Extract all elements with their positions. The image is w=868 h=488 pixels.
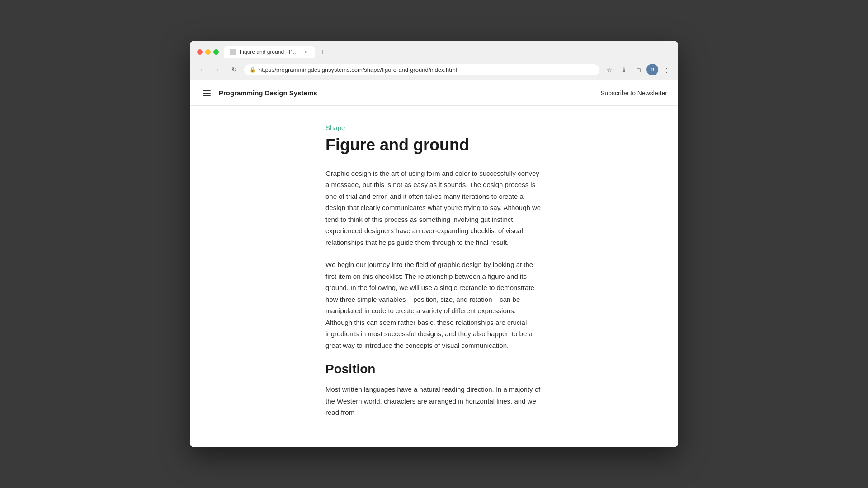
active-tab[interactable]: Figure and ground - Programm... ✕: [224, 46, 315, 58]
hamburger-line: [203, 95, 211, 96]
intro-paragraph-2: We begin our journey into the field of g…: [326, 259, 542, 351]
profile-button[interactable]: R: [646, 64, 658, 75]
page-title: Figure and ground: [326, 135, 542, 155]
info-icon: ℹ: [623, 66, 625, 73]
extension-button[interactable]: ◻: [632, 63, 645, 76]
menu-button[interactable]: ⋮: [660, 63, 673, 76]
category-label: Shape: [326, 124, 542, 131]
address-bar[interactable]: 🔒 https://programmingdesignsystems.com/s…: [244, 64, 599, 75]
browser-window: Figure and ground - Programm... ✕ + ‹ › …: [190, 41, 678, 447]
address-bar-row: ‹ › ↻ 🔒 https://programmingdesignsystems…: [190, 61, 678, 80]
site-nav: Programming Design Systems Subscribe to …: [190, 80, 678, 106]
profile-label: R: [651, 67, 654, 72]
subscribe-button[interactable]: Subscribe to Newsletter: [600, 89, 667, 97]
bookmark-icon: ☆: [607, 66, 612, 73]
site-nav-left: Programming Design Systems: [201, 88, 317, 98]
main-content: Shape Figure and ground Graphic design i…: [190, 106, 678, 447]
minimize-button[interactable]: [205, 49, 211, 55]
section-position-paragraph: Most written languages have a natural re…: [326, 384, 542, 418]
close-button[interactable]: [197, 49, 203, 55]
section-position-heading: Position: [326, 362, 542, 376]
tab-close-icon[interactable]: ✕: [303, 49, 309, 55]
back-button[interactable]: ‹: [195, 63, 208, 76]
extension-icon: ◻: [636, 66, 641, 73]
hamburger-line: [203, 90, 211, 91]
browser-chrome: Figure and ground - Programm... ✕ + ‹ › …: [190, 41, 678, 80]
site-title: Programming Design Systems: [219, 89, 317, 97]
forward-button[interactable]: ›: [212, 63, 224, 76]
info-button[interactable]: ℹ: [618, 63, 630, 76]
maximize-button[interactable]: [213, 49, 219, 55]
hamburger-line: [203, 93, 211, 94]
address-bar-actions: ☆ ℹ ◻ R ⋮: [603, 63, 673, 76]
forward-icon: ›: [217, 66, 219, 73]
url-text: https://programmingdesignsystems.com/sha…: [259, 66, 594, 73]
refresh-button[interactable]: ↻: [228, 63, 241, 76]
back-icon: ‹: [201, 66, 203, 73]
tab-bar: Figure and ground - Programm... ✕ +: [224, 46, 671, 58]
new-tab-button[interactable]: +: [316, 46, 328, 58]
content-inner: Shape Figure and ground Graphic design i…: [316, 124, 552, 418]
intro-paragraph-1: Graphic design is the art of using form …: [326, 168, 542, 249]
tab-favicon-icon: [230, 49, 236, 55]
menu-dots-icon: ⋮: [664, 66, 670, 73]
tab-title: Figure and ground - Programm...: [240, 49, 299, 55]
title-bar: Figure and ground - Programm... ✕ +: [190, 41, 678, 61]
bookmark-button[interactable]: ☆: [603, 63, 616, 76]
hamburger-menu-button[interactable]: [201, 88, 212, 98]
refresh-icon: ↻: [231, 66, 237, 73]
traffic-lights: [197, 49, 219, 55]
lock-icon: 🔒: [250, 67, 256, 73]
